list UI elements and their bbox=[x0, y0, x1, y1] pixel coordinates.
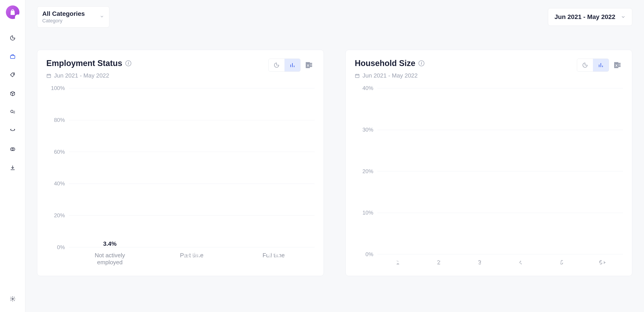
y-tick: 60% bbox=[54, 149, 65, 155]
chevron-down-icon bbox=[621, 15, 626, 20]
bar-value-label: 17.1% bbox=[471, 258, 488, 265]
calendar-icon bbox=[355, 73, 360, 78]
bar-value-label: 3.4% bbox=[103, 240, 116, 247]
category-sublabel: Category bbox=[42, 18, 100, 24]
nav-overlap[interactable] bbox=[10, 146, 16, 152]
info-icon[interactable]: i bbox=[418, 60, 424, 66]
grid-line bbox=[377, 88, 623, 88]
sidebar-nav bbox=[10, 35, 16, 296]
pie-icon bbox=[10, 35, 16, 41]
chevron-down-icon bbox=[100, 14, 104, 20]
chart-type-toggle bbox=[268, 59, 300, 72]
y-tick: 100% bbox=[51, 85, 65, 91]
info-icon[interactable]: i bbox=[126, 60, 131, 66]
bar-value-label: 15.6% bbox=[184, 251, 200, 258]
grid-line bbox=[69, 152, 314, 152]
excel-export[interactable]: X bbox=[304, 60, 314, 71]
gear-icon bbox=[10, 296, 16, 302]
sidebar bbox=[0, 0, 25, 312]
bar-value-label: 3.4% bbox=[596, 258, 609, 265]
category-label: All Categories bbox=[42, 10, 100, 18]
y-tick: 10% bbox=[362, 210, 373, 216]
cube-icon bbox=[10, 91, 16, 97]
avatar[interactable] bbox=[6, 6, 20, 19]
y-tick: 40% bbox=[54, 180, 65, 187]
nav-download[interactable] bbox=[10, 165, 16, 171]
nav-settings[interactable] bbox=[10, 296, 16, 302]
card-date: Jun 2021 - May 2022 bbox=[54, 72, 109, 79]
svg-point-0 bbox=[16, 16, 20, 20]
card-title: Household Size bbox=[355, 59, 415, 68]
svg-point-6 bbox=[12, 298, 13, 300]
bar-toggle[interactable] bbox=[284, 59, 300, 72]
grid-line bbox=[377, 213, 623, 213]
overlap-icon bbox=[10, 146, 16, 152]
nav-pie[interactable] bbox=[10, 35, 16, 41]
pie-icon bbox=[582, 62, 588, 68]
bar-value-label: 23% bbox=[392, 258, 404, 265]
y-tick: 40% bbox=[362, 85, 373, 91]
chart-type-toggle bbox=[577, 59, 609, 72]
pie-toggle[interactable] bbox=[577, 59, 593, 72]
calendar-icon bbox=[46, 73, 51, 78]
main: All Categories Category Jun 2021 - May 2… bbox=[25, 0, 644, 312]
bar-toggle[interactable] bbox=[593, 59, 609, 72]
content: Employment Status i Jun 2021 - May 2022 … bbox=[25, 50, 644, 285]
grid-line bbox=[69, 120, 314, 120]
briefcase-icon bbox=[10, 54, 16, 60]
svg-rect-9 bbox=[356, 74, 359, 78]
nav-merge[interactable] bbox=[10, 128, 16, 134]
excel-icon: X bbox=[613, 61, 622, 70]
y-tick: 0% bbox=[366, 251, 373, 257]
pie-toggle[interactable] bbox=[269, 59, 284, 72]
grid-line bbox=[377, 254, 623, 254]
y-tick: 80% bbox=[54, 117, 65, 123]
excel-icon: X bbox=[304, 61, 314, 70]
svg-rect-7 bbox=[47, 74, 51, 78]
category-dropdown[interactable]: All Categories Category bbox=[37, 6, 109, 28]
svg-rect-1 bbox=[10, 56, 15, 59]
bar-value-label: 36.2% bbox=[430, 258, 447, 265]
grid-line bbox=[69, 215, 314, 215]
card-employment-status: Employment Status i Jun 2021 - May 2022 … bbox=[37, 50, 324, 276]
nav-briefcase[interactable] bbox=[10, 53, 16, 60]
svg-point-3 bbox=[10, 110, 13, 113]
pie-icon bbox=[274, 62, 280, 68]
card-date: Jun 2021 - May 2022 bbox=[362, 72, 418, 79]
y-tick: 30% bbox=[362, 127, 373, 133]
employment-chart: 0%20%40%60%80%100% 3.4%15.6%81% bbox=[46, 88, 314, 247]
bag-icon bbox=[9, 9, 16, 16]
svg-text:X: X bbox=[307, 64, 309, 67]
card-household-size: Household Size i Jun 2021 - May 2022 X bbox=[346, 50, 632, 276]
excel-export[interactable]: X bbox=[612, 60, 623, 71]
date-range-value: Jun 2021 - May 2022 bbox=[554, 13, 615, 21]
date-range-dropdown[interactable]: Jun 2021 - May 2022 bbox=[548, 8, 632, 26]
grid-line bbox=[377, 130, 623, 130]
merge-icon bbox=[10, 128, 16, 134]
avatar-badge bbox=[15, 15, 21, 20]
nav-search-list[interactable] bbox=[10, 109, 16, 115]
household-chart: 0%10%20%30%40% 23%36.2%17.1%13.8%6.5%3.4… bbox=[355, 88, 623, 254]
grid-line bbox=[69, 88, 314, 88]
y-tick: 20% bbox=[362, 168, 373, 175]
y-tick: 20% bbox=[54, 212, 65, 219]
download-icon bbox=[10, 165, 16, 171]
tag-icon bbox=[10, 72, 16, 78]
bar-value-label: 81% bbox=[268, 251, 280, 258]
grid-line bbox=[69, 184, 314, 184]
svg-text:X: X bbox=[615, 64, 618, 67]
nav-tag[interactable] bbox=[10, 72, 16, 78]
bar-value-label: 6.5% bbox=[555, 258, 568, 265]
x-tick: Not actively employed bbox=[90, 252, 129, 266]
bar-value-label: 13.8% bbox=[512, 258, 529, 265]
bar-icon bbox=[598, 62, 604, 68]
topbar: All Categories Category Jun 2021 - May 2… bbox=[25, 0, 644, 34]
y-tick: 0% bbox=[57, 244, 65, 250]
search-list-icon bbox=[10, 109, 16, 115]
svg-point-2 bbox=[13, 74, 14, 74]
grid-line bbox=[69, 247, 314, 247]
bar-icon bbox=[290, 62, 295, 68]
nav-cube[interactable] bbox=[10, 90, 16, 97]
grid-line bbox=[377, 171, 623, 171]
card-title: Employment Status bbox=[46, 59, 122, 68]
